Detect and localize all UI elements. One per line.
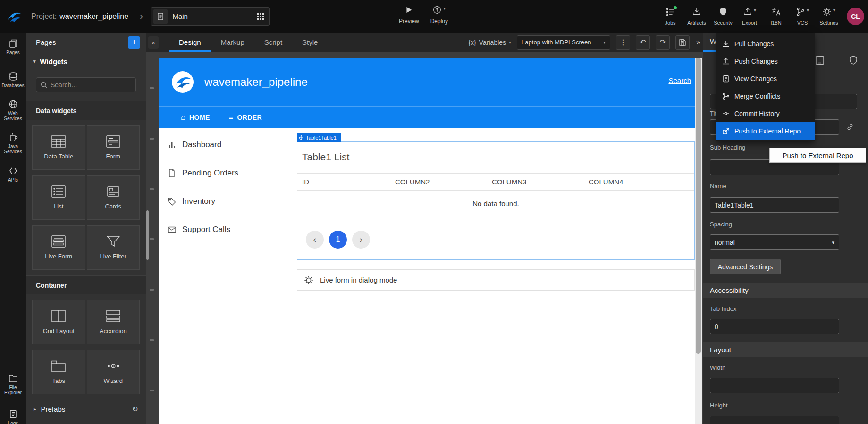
panel-scrollbar[interactable] [146, 210, 149, 260]
rail-item-apis[interactable]: APIs [0, 166, 26, 183]
widget-tile-list[interactable]: List [32, 175, 85, 220]
menu-item-view-changes[interactable]: View Changes [716, 70, 815, 87]
menu-item-merge-conflicts[interactable]: Merge Conflicts [716, 87, 815, 105]
tab-design[interactable]: Design [169, 33, 211, 52]
live-form-widget[interactable]: Live form in dialog mode [297, 269, 695, 291]
rail-item-pages[interactable]: Pages [0, 39, 26, 55]
group-label-data-widgets: Data widgets [26, 101, 146, 120]
rail-label: Databases [2, 83, 25, 88]
menu-item-pending-orders[interactable]: Pending Orders [159, 159, 283, 187]
variables-button[interactable]: {x} Variables ▾ [468, 39, 511, 46]
tab-style[interactable]: Style [292, 33, 328, 52]
rail-item-java-services[interactable]: Java Services [0, 133, 26, 154]
page-selector[interactable]: Main [151, 7, 270, 26]
refresh-icon[interactable]: ↻ [132, 405, 138, 414]
prev-page-button[interactable]: ‹ [306, 231, 324, 249]
menu-item-push-changes[interactable]: Push Changes [716, 52, 815, 70]
menu-item-inventory[interactable]: Inventory [159, 187, 283, 216]
section-accessibility[interactable]: Accessibility [703, 283, 868, 298]
redo-button[interactable]: ↷ [656, 35, 670, 50]
canvas-scrollbar[interactable] [695, 58, 702, 424]
menu-item-pull-changes[interactable]: Pull Changes [716, 35, 815, 52]
menu-item-dashboard[interactable]: Dashboard [159, 131, 283, 159]
current-page-button[interactable]: 1 [329, 231, 347, 249]
settings-button[interactable]: ▾ Settings [816, 7, 842, 25]
nav-item-home[interactable]: ⌂ HOME [181, 113, 210, 122]
tab-script[interactable]: Script [254, 33, 292, 52]
caret-down-icon: ▾ [833, 7, 835, 14]
device-label: Laptop with MDPI Screen [522, 39, 603, 46]
jobs-button[interactable]: Jobs [657, 7, 683, 25]
data-widgets-grid: Data Table Form List Cards Live Form Liv… [26, 120, 146, 275]
nav-item-order[interactable]: ≡ ORDER [229, 113, 262, 122]
live-form-icon [51, 235, 66, 248]
spacing-select[interactable]: normal ▾ [710, 234, 839, 250]
folder-icon [8, 374, 18, 383]
tab-index-input[interactable] [710, 319, 839, 334]
search-input[interactable] [51, 81, 131, 89]
tab-markup[interactable]: Markup [211, 33, 254, 52]
widget-tile-data-table[interactable]: Data Table [32, 125, 85, 170]
design-canvas[interactable]: wavemaker_pipeline Search ⌂ HOME ≡ ORDER… [159, 58, 695, 424]
widget-tile-tabs[interactable]: Tabs [32, 350, 85, 394]
name-input[interactable] [710, 197, 839, 213]
form-icon [106, 135, 120, 148]
user-avatar[interactable]: CL [847, 8, 864, 25]
rail-item-databases[interactable]: Databases [0, 72, 26, 88]
export-button[interactable]: ▾ Export [736, 7, 763, 25]
vcs-button[interactable]: ▾ VCS [789, 7, 816, 25]
more-options-button[interactable]: ⋮ [616, 35, 630, 50]
next-page-button[interactable]: › [352, 231, 370, 249]
selected-widget-tag[interactable]: Table1Table1 [297, 133, 341, 142]
rail-item-logs[interactable]: Logs [0, 409, 26, 424]
bind-link-icon[interactable] [846, 123, 854, 131]
shield-icon[interactable] [848, 55, 859, 66]
widget-tile-live-form[interactable]: Live Form [32, 225, 85, 270]
section-layout[interactable]: Layout [703, 342, 868, 357]
height-input[interactable] [710, 416, 839, 424]
save-button[interactable] [675, 35, 690, 50]
caret-down-icon: ▾ [832, 239, 834, 246]
width-input[interactable] [710, 378, 839, 393]
widget-tile-live-filter[interactable]: Live Filter [87, 225, 140, 270]
rail-label: Web Services [0, 111, 26, 121]
widget-tile-cards[interactable]: Cards [87, 175, 140, 220]
widget-tile-grid-layout[interactable]: Grid Layout [32, 300, 85, 344]
page-structure-toggle[interactable]: ▸ Page Structure [26, 418, 146, 424]
app-search-link[interactable]: Search [668, 76, 691, 84]
undo-button[interactable]: ↶ [636, 35, 650, 50]
column-header[interactable]: COLUMN4 [584, 178, 694, 186]
widget-tile-wizard[interactable]: Wizard [87, 350, 140, 394]
advanced-settings-button[interactable]: Advanced Settings [710, 259, 781, 274]
security-button[interactable]: Security [710, 7, 736, 25]
collapse-panel-icon[interactable]: « [148, 36, 159, 49]
expand-panel-icon[interactable]: » [696, 38, 700, 47]
menu-item-push-to-external-repo[interactable]: Push to External Repo [716, 122, 815, 140]
menu-item-commit-history[interactable]: Commit History [716, 105, 815, 122]
caret-down-icon: ▾ [603, 39, 606, 46]
column-header[interactable]: COLUMN2 [390, 178, 487, 186]
wavemaker-logo-icon[interactable] [6, 8, 24, 25]
prefabs-toggle[interactable]: ▸ Prefabs ↻ [26, 400, 146, 418]
scrollbar-thumb[interactable] [696, 58, 701, 354]
deploy-button[interactable]: ▾ Deploy [430, 5, 448, 25]
i18n-button[interactable]: I18N [763, 7, 789, 25]
artifacts-button[interactable]: Artifacts [683, 7, 710, 25]
column-header[interactable]: COLUMN3 [487, 178, 584, 186]
column-header[interactable]: ID [297, 178, 390, 186]
widget-tile-accordion[interactable]: Accordion [87, 300, 140, 344]
rail-item-file-explorer[interactable]: File Explorer [0, 374, 26, 395]
device-selector[interactable]: Laptop with MDPI Screen ▾ [517, 35, 610, 50]
device-display-icon[interactable] [815, 55, 825, 66]
widget-tile-form[interactable]: Form [87, 125, 140, 170]
app-header[interactable]: wavemaker_pipeline Search [159, 58, 695, 106]
rail-item-web-services[interactable]: Web Services [0, 100, 26, 121]
page-grid-icon[interactable] [256, 12, 265, 21]
shield-icon [718, 7, 728, 17]
grid-layout-icon [51, 310, 66, 322]
add-page-button[interactable]: + [128, 36, 140, 49]
widgets-section-toggle[interactable]: ▾ Widgets [26, 52, 146, 71]
menu-item-support-calls[interactable]: Support Calls [159, 216, 283, 244]
data-table-widget[interactable]: Table1 List ID COLUMN2 COLUMN3 COLUMN4 N… [297, 141, 695, 260]
preview-button[interactable]: Preview [399, 5, 419, 25]
